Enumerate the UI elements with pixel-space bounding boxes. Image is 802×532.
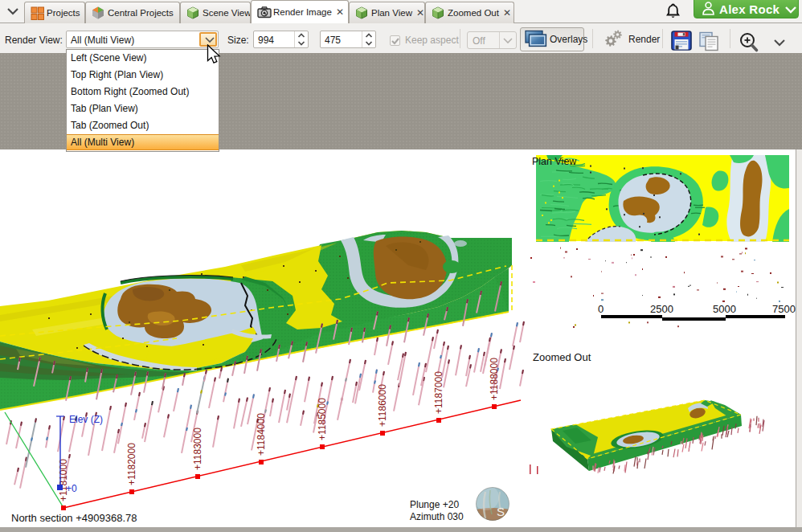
svg-text:0: 0 — [598, 303, 604, 315]
svg-text:+1182000: +1182000 — [126, 443, 137, 485]
svg-text:Zoomed Out: Zoomed Out — [533, 351, 591, 363]
svg-text:+1184000: +1184000 — [256, 413, 267, 456]
svg-text:7500: 7500 — [772, 303, 796, 315]
svg-text:Plan View: Plan View — [532, 156, 577, 167]
svg-text:+1183000: +1183000 — [192, 428, 203, 470]
svg-text:+1186000: +1186000 — [377, 384, 388, 427]
svg-text:+0: +0 — [66, 483, 77, 494]
svg-text:2500: 2500 — [650, 303, 673, 315]
svg-text:S: S — [497, 505, 505, 518]
svg-text:North section +4909368.78: North section +4909368.78 — [11, 512, 137, 524]
svg-text:5000: 5000 — [713, 303, 736, 315]
svg-text:+1185000: +1185000 — [317, 398, 328, 440]
svg-text:Azimuth 030: Azimuth 030 — [410, 511, 464, 522]
svg-text:+1181000: +1181000 — [58, 459, 69, 501]
svg-text:+1188000: +1188000 — [489, 358, 500, 400]
svg-text:Elev (Z): Elev (Z) — [69, 414, 103, 425]
svg-text:+1187000: +1187000 — [433, 371, 444, 414]
svg-text:Plunge +20: Plunge +20 — [410, 499, 459, 510]
